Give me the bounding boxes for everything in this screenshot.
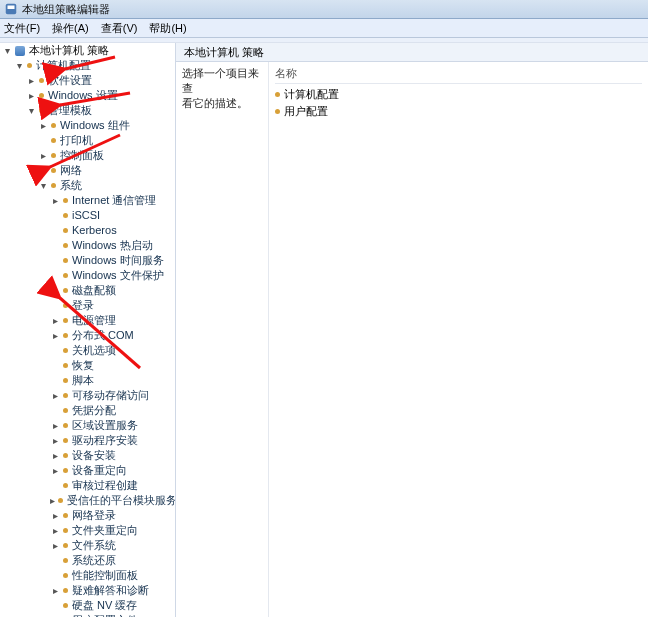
tree-label: 设备安装 [72, 448, 116, 463]
titlebar: 本地组策略编辑器 [0, 0, 648, 19]
folder-icon [63, 483, 68, 488]
tree-item-dcom[interactable]: ▸分布式 COM [50, 328, 175, 343]
menu-help[interactable]: 帮助(H) [149, 21, 186, 36]
tree-item-perf-panel[interactable]: 性能控制面板 [50, 568, 175, 583]
tree-computer-config[interactable]: ▾ 计算机配置 [14, 58, 175, 73]
folder-icon [63, 288, 68, 293]
tree-item-troubleshoot[interactable]: ▸疑难解答和诊断 [50, 583, 175, 598]
expand-icon[interactable]: ▸ [26, 76, 36, 86]
expand-icon[interactable]: ▸ [50, 331, 60, 341]
tree-item-device-redirect[interactable]: ▸设备重定向 [50, 463, 175, 478]
folder-icon [63, 528, 68, 533]
expand-icon[interactable]: ▸ [50, 466, 60, 476]
expand-icon[interactable]: ▾ [14, 61, 24, 71]
tree-control-panel[interactable]: ▸控制面板 [38, 148, 175, 163]
tree-item-win-time[interactable]: Windows 时间服务 [50, 253, 175, 268]
tree-item-shutdown-opt[interactable]: 关机选项 [50, 343, 175, 358]
menu-file[interactable]: 文件(F) [4, 21, 40, 36]
policy-tree[interactable]: ▾ 本地计算机 策略 ▾ 计算机配置 ▸软件设置 [0, 43, 175, 617]
expand-icon[interactable]: ▾ [26, 106, 36, 116]
menu-view[interactable]: 查看(V) [101, 21, 138, 36]
expand-icon[interactable]: ▾ [2, 46, 12, 56]
folder-icon [63, 438, 68, 443]
tree-label: 性能控制面板 [72, 568, 138, 583]
tree-label: 打印机 [60, 133, 93, 148]
tree-item-removable-storage[interactable]: ▸可移动存储访问 [50, 388, 175, 403]
tree-item-nv-cache[interactable]: 硬盘 NV 缓存 [50, 598, 175, 613]
tree-network[interactable]: ▸网络 [38, 163, 175, 178]
tree-admin-templates[interactable]: ▾管理模板 [26, 103, 175, 118]
expand-icon[interactable]: ▸ [26, 91, 36, 101]
tree-item-logon[interactable]: 登录 [50, 298, 175, 313]
tree-item-iscsi[interactable]: iSCSI [50, 208, 175, 223]
expand-icon[interactable]: ▸ [50, 496, 55, 506]
tree-label: Internet 通信管理 [72, 193, 156, 208]
menu-action[interactable]: 操作(A) [52, 21, 89, 36]
tree-item-user-profile[interactable]: ▸用户配置文件 [50, 613, 175, 617]
folder-icon [63, 378, 68, 383]
folder-icon [63, 213, 68, 218]
expand-icon[interactable]: ▸ [50, 391, 60, 401]
folder-icon [63, 258, 68, 263]
tree-label: 驱动程序安装 [72, 433, 138, 448]
tree-windows-components[interactable]: ▸Windows 组件 [38, 118, 175, 133]
expand-icon[interactable]: ▸ [38, 121, 48, 131]
tree-item-driver-install[interactable]: ▸驱动程序安装 [50, 433, 175, 448]
expand-icon[interactable]: ▸ [50, 541, 60, 551]
tree-printers[interactable]: 打印机 [38, 133, 175, 148]
column-header-name[interactable]: 名称 [275, 66, 642, 84]
tree-item-trusted-modules[interactable]: ▸受信任的平台模块服务 [50, 493, 175, 508]
expand-icon[interactable]: ▸ [50, 451, 60, 461]
tree-item-audit-proc[interactable]: 审核过程创建 [50, 478, 175, 493]
tree-item-kerberos[interactable]: Kerberos [50, 223, 175, 238]
tree-label: 疑难解答和诊断 [72, 583, 149, 598]
tree-label: 管理模板 [48, 103, 92, 118]
tree-root[interactable]: ▾ 本地计算机 策略 [2, 43, 175, 58]
tree-item-disk-quota[interactable]: 磁盘配额 [50, 283, 175, 298]
folder-icon [63, 453, 68, 458]
expand-icon[interactable]: ▸ [38, 166, 48, 176]
list-item-computer-config[interactable]: 计算机配置 [275, 86, 642, 103]
folder-icon [63, 363, 68, 368]
expand-icon[interactable]: ▸ [38, 151, 48, 161]
tree-label: Windows 热启动 [72, 238, 153, 253]
folder-icon [63, 243, 68, 248]
folder-icon [51, 183, 56, 188]
tree-item-net-logon[interactable]: ▸网络登录 [50, 508, 175, 523]
tree-item-cred-delegation[interactable]: 凭据分配 [50, 403, 175, 418]
expand-icon[interactable]: ▸ [50, 196, 60, 206]
folder-icon [63, 198, 68, 203]
folder-icon [51, 138, 56, 143]
tree-software-settings[interactable]: ▸软件设置 [26, 73, 175, 88]
content: ▾ 本地计算机 策略 ▾ 计算机配置 ▸软件设置 [0, 43, 648, 617]
expand-icon[interactable]: ▾ [38, 181, 48, 191]
list-item-user-config[interactable]: 用户配置 [275, 103, 642, 120]
menubar: 文件(F) 操作(A) 查看(V) 帮助(H) [0, 19, 648, 38]
tree-system[interactable]: ▾系统 [38, 178, 175, 193]
folder-icon [63, 333, 68, 338]
tree-label: 设备重定向 [72, 463, 127, 478]
tree-item-locale-services[interactable]: ▸区域设置服务 [50, 418, 175, 433]
tree-item-win-hotstart[interactable]: Windows 热启动 [50, 238, 175, 253]
expand-icon[interactable]: ▸ [50, 421, 60, 431]
tree-item-sys-restore[interactable]: 系统还原 [50, 553, 175, 568]
expand-icon[interactable]: ▸ [50, 526, 60, 536]
tree-item-win-fileprot[interactable]: Windows 文件保护 [50, 268, 175, 283]
tree-windows-settings[interactable]: ▸Windows 设置 [26, 88, 175, 103]
tree-item-folder-redirect[interactable]: ▸文件夹重定向 [50, 523, 175, 538]
tree-item-internet-mgmt[interactable]: ▸Internet 通信管理 [50, 193, 175, 208]
tree-item-filesystem[interactable]: ▸文件系统 [50, 538, 175, 553]
tree-label: 控制面板 [60, 148, 104, 163]
expand-icon[interactable]: ▸ [50, 436, 60, 446]
svg-rect-1 [8, 6, 15, 10]
expand-icon[interactable]: ▸ [50, 511, 60, 521]
tree-item-recovery[interactable]: 恢复 [50, 358, 175, 373]
expand-icon[interactable]: ▸ [50, 316, 60, 326]
expand-icon[interactable]: ▸ [50, 586, 60, 596]
tree-pane: ▾ 本地计算机 策略 ▾ 计算机配置 ▸软件设置 [0, 43, 176, 617]
tree-item-device-install[interactable]: ▸设备安装 [50, 448, 175, 463]
folder-icon [51, 153, 56, 158]
tree-item-power-mgmt[interactable]: ▸电源管理 [50, 313, 175, 328]
tree-label: 用户配置文件 [72, 613, 138, 617]
tree-item-scripts[interactable]: 脚本 [50, 373, 175, 388]
